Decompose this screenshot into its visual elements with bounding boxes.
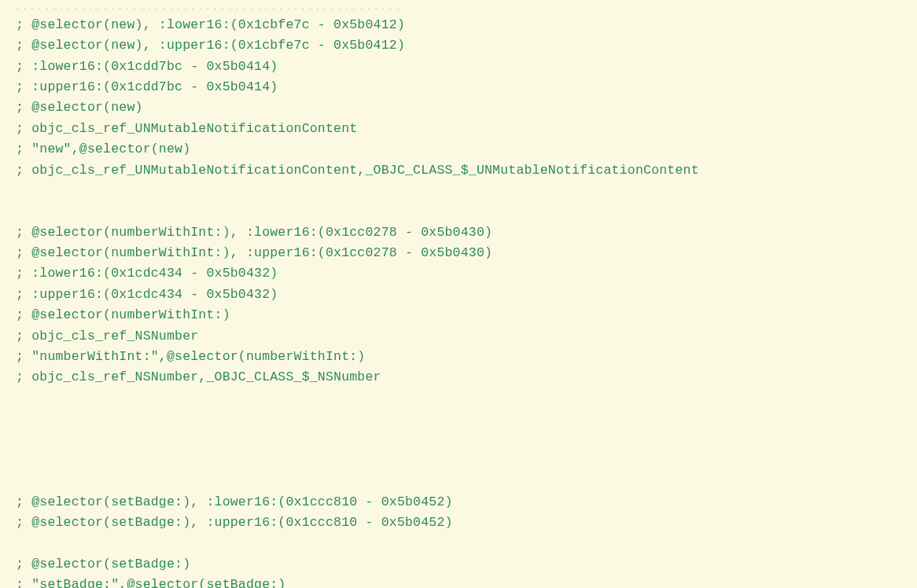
code-line: ; @selector(setBadge:), :lower16:(0x1ccc… [16, 492, 901, 513]
code-line: ; @selector(setBadge:), :upper16:(0x1ccc… [16, 513, 901, 533]
disassembly-code-block: ; @selector(new), :lower16:(0x1cbfe7c - … [16, 15, 901, 588]
code-line: ; "numberWithInt:",@selector(numberWithI… [16, 347, 901, 367]
blank-line [16, 388, 901, 409]
blank-line [16, 409, 901, 429]
blank-line [16, 471, 901, 491]
code-line: ; objc_cls_ref_NSNumber,_OBJC_CLASS_$_NS… [16, 367, 901, 388]
blank-line [16, 201, 901, 222]
code-line: ; @selector(numberWithInt:), :lower16:(0… [16, 222, 901, 243]
blank-line [16, 181, 901, 201]
code-line: ; @selector(numberWithInt:) [16, 305, 901, 325]
code-line: ; objc_cls_ref_NSNumber [16, 326, 901, 347]
blank-line [16, 430, 901, 450]
code-line: ; @selector(new), :lower16:(0x1cbfe7c - … [16, 15, 901, 35]
code-line: ; :upper16:(0x1cdc434 - 0x5b0432) [16, 285, 901, 305]
dotted-separator: ........................................… [16, 3, 901, 13]
code-line: ; objc_cls_ref_UNMutableNotificationCont… [16, 160, 901, 181]
code-line: ; @selector(numberWithInt:), :upper16:(0… [16, 243, 901, 263]
code-line: ; @selector(new), :upper16:(0x1cbfe7c - … [16, 35, 901, 56]
code-line: ; :lower16:(0x1cdc434 - 0x5b0432) [16, 263, 901, 284]
blank-line [16, 534, 901, 554]
code-line: ; "setBadge:",@selector(setBadge:) [16, 575, 901, 588]
code-line: ; objc_cls_ref_UNMutableNotificationCont… [16, 119, 901, 139]
code-line: ; "new",@selector(new) [16, 139, 901, 160]
code-line: ; @selector(new) [16, 97, 901, 118]
code-line: ; :upper16:(0x1cdd7bc - 0x5b0414) [16, 77, 901, 97]
blank-line [16, 450, 901, 471]
code-line: ; :lower16:(0x1cdd7bc - 0x5b0414) [16, 57, 901, 77]
code-line: ; @selector(setBadge:) [16, 554, 901, 575]
